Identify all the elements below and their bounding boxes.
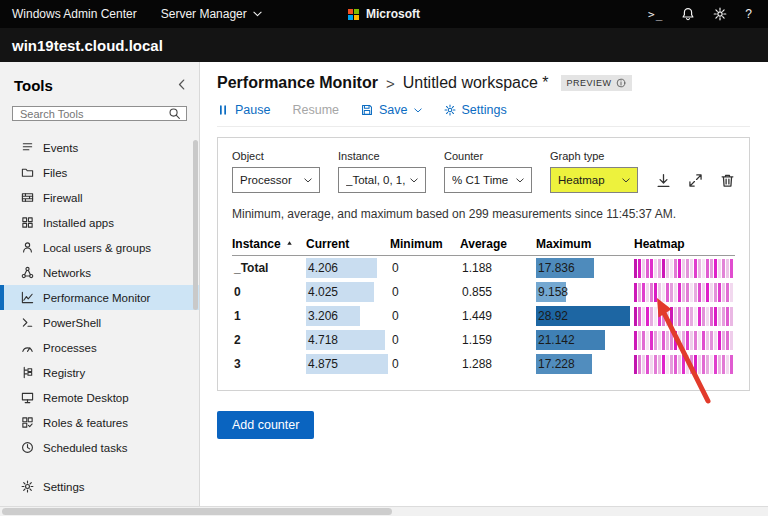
sidebar-item-remote-desktop[interactable]: Remote Desktop — [0, 385, 199, 410]
column-header-label: Maximum — [536, 237, 591, 251]
chevron-down — [516, 178, 524, 183]
field-counter: Counter% C1 Time — [444, 150, 532, 193]
counter-table: InstanceCurrentMinimumAverageMaximumHeat… — [232, 232, 735, 376]
sidebar-item-label: Processes — [43, 342, 97, 354]
sidebar-item-scheduled-tasks[interactable]: Scheduled tasks — [0, 435, 199, 460]
sidebar-item-powershell[interactable]: PowerShell — [0, 310, 199, 335]
field-instance: Instance_Total, 0, 1, — [338, 150, 426, 193]
powershell-console-icon[interactable]: >_ — [648, 8, 663, 21]
sidebar-item-label: Roles & features — [43, 417, 128, 429]
sidebar-item-label: Remote Desktop — [43, 392, 129, 404]
measurement-summary: Minimum, average, and maximum based on 2… — [232, 207, 735, 221]
cell-instance: 3 — [232, 354, 306, 374]
collapse-sidebar-button[interactable] — [178, 76, 185, 94]
dropdown-value: _Total, 0, 1, — [346, 174, 405, 186]
brand-area: Microsoft — [348, 7, 420, 21]
performance-icon — [21, 291, 34, 304]
sidebar-item-firewall[interactable]: Firewall — [0, 185, 199, 210]
cell-maximum: 17.228 — [536, 354, 634, 374]
scrollbar-thumb[interactable] — [2, 508, 392, 515]
bell-icon[interactable] — [681, 7, 695, 21]
sidebar-scrollbar[interactable] — [193, 140, 198, 310]
trash-icon[interactable] — [720, 173, 735, 188]
horizontal-scrollbar[interactable] — [0, 506, 768, 516]
cell-instance: 0 — [232, 282, 306, 302]
table-row: 24.71801.15921.142 — [232, 328, 735, 352]
sidebar-item-label: Firewall — [43, 192, 83, 204]
search-tools-box — [12, 106, 187, 121]
roles-icon — [21, 416, 34, 429]
preview-label: PREVIEW — [567, 78, 612, 88]
sidebar-item-events[interactable]: Events — [0, 135, 199, 160]
help-icon[interactable]: ? — [745, 7, 752, 21]
panel-actions — [656, 167, 735, 193]
windows-admin-center-window: Windows Admin Center Server Manager Micr… — [0, 0, 768, 516]
fields-row: ObjectProcessorInstance_Total, 0, 1,Coun… — [232, 150, 735, 193]
cell-current: 4.206 — [306, 258, 390, 278]
installed-apps-icon — [21, 216, 34, 229]
cell-instance: _Total — [232, 258, 306, 278]
firewall-icon — [21, 191, 34, 204]
sidebar-item-networks[interactable]: Networks — [0, 260, 199, 285]
instance-dropdown[interactable]: _Total, 0, 1, — [338, 167, 426, 193]
sidebar-item-performance-monitor[interactable]: Performance Monitor — [0, 285, 199, 310]
microsoft-logo — [348, 9, 359, 20]
graph-type-dropdown[interactable]: Heatmap — [550, 167, 638, 193]
table-row: 04.02500.8559.158 — [232, 280, 735, 304]
server-manager-menu[interactable]: Server Manager — [161, 7, 262, 21]
counter-dropdown[interactable]: % C1 Time — [444, 167, 532, 193]
gear-icon — [21, 480, 34, 493]
settings-button[interactable]: Settings — [444, 103, 507, 117]
cell-minimum: 0 — [390, 354, 460, 374]
sidebar-item-local-users-groups[interactable]: Local users & groups — [0, 235, 199, 260]
column-header-average[interactable]: Average — [460, 237, 536, 251]
search-icon[interactable] — [168, 107, 181, 120]
cell-average: 1.449 — [460, 306, 536, 326]
cell-current: 4.025 — [306, 282, 390, 302]
registry-icon — [21, 366, 34, 379]
sidebar-item-processes[interactable]: Processes — [0, 335, 199, 360]
field-object: ObjectProcessor — [232, 150, 320, 193]
table-header: InstanceCurrentMinimumAverageMaximumHeat… — [232, 232, 735, 256]
chevron-down-icon — [414, 108, 422, 113]
add-counter-button[interactable]: Add counter — [217, 411, 314, 439]
cell-current: 4.718 — [306, 330, 390, 350]
object-dropdown[interactable]: Processor — [232, 167, 320, 193]
server-manager-label: Server Manager — [161, 7, 247, 21]
download-icon[interactable] — [656, 173, 671, 188]
breadcrumb-separator: > — [386, 75, 395, 92]
sidebar-item-registry[interactable]: Registry — [0, 360, 199, 385]
workspace-name: Untitled workspace * — [403, 74, 549, 92]
column-header-instance[interactable]: Instance — [232, 237, 306, 251]
expand-icon[interactable] — [688, 173, 703, 188]
info-icon[interactable] — [616, 78, 626, 88]
sidebar-item-settings[interactable]: Settings — [0, 474, 199, 499]
chevron-left-icon — [178, 79, 185, 90]
field-graph-type: Graph typeHeatmap — [550, 150, 638, 193]
cell-maximum: 9.158 — [536, 282, 634, 302]
gear-icon[interactable] — [713, 7, 727, 21]
search-input[interactable] — [20, 108, 162, 120]
sidebar-item-files[interactable]: Files — [0, 160, 199, 185]
column-header-maximum[interactable]: Maximum — [536, 237, 634, 251]
column-header-heatmap[interactable]: Heatmap — [634, 237, 735, 251]
processes-icon — [21, 341, 34, 354]
sidebar-item-installed-apps[interactable]: Installed apps — [0, 210, 199, 235]
networks-icon — [21, 266, 34, 279]
events-icon — [21, 141, 34, 154]
sidebar-item-label: Events — [43, 142, 78, 154]
tools-sidebar: Tools EventsFilesFirewallInstalled appsL… — [0, 62, 200, 506]
column-header-minimum[interactable]: Minimum — [390, 237, 460, 251]
column-header-current[interactable]: Current — [306, 237, 390, 251]
remote-desktop-icon — [21, 391, 34, 404]
save-button[interactable]: Save — [361, 103, 422, 117]
field-label: Graph type — [550, 150, 638, 162]
table-body: _Total4.20601.18817.83604.02500.8559.158… — [232, 256, 735, 376]
sidebar-item-roles-features[interactable]: Roles & features — [0, 410, 199, 435]
column-header-label: Heatmap — [634, 237, 685, 251]
sidebar-item-label: Local users & groups — [43, 242, 151, 254]
resume-button[interactable]: Resume — [292, 103, 339, 117]
pause-button[interactable]: Pause — [217, 103, 270, 117]
chevron-down-icon — [253, 11, 262, 17]
sidebar-item-label: Files — [43, 167, 67, 179]
